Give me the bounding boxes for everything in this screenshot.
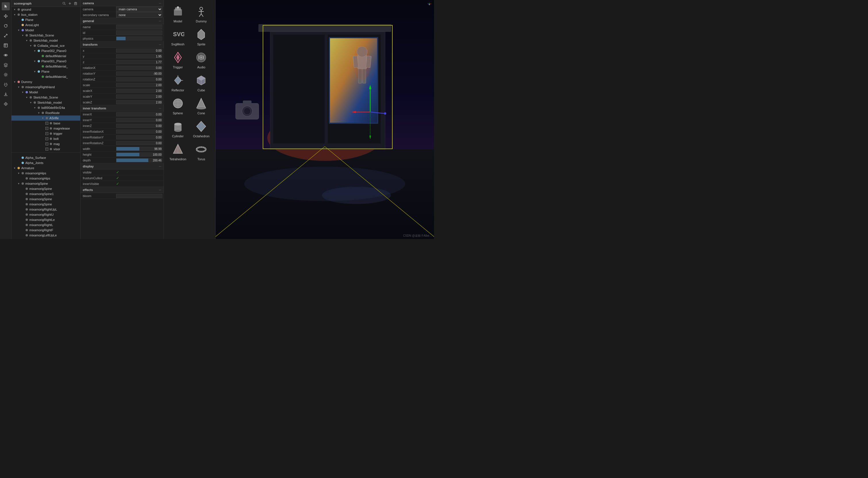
frustumCulled-checkbox[interactable]: ✓ (116, 176, 119, 180)
id-input[interactable] (116, 30, 162, 35)
tree-item-mixamorigSpine3[interactable]: ▶ mixamorigSpine (11, 196, 80, 202)
rotationZ-bar[interactable]: 0.00 (116, 77, 162, 81)
shape-item-torus[interactable]: Torus (190, 140, 213, 163)
tree-item-RootNode[interactable]: ▼ RootNode (11, 110, 80, 116)
move-tool-button[interactable] (2, 12, 10, 20)
tree-item-defaultMaterial_2[interactable]: ▶ defaultMaterial_ (11, 74, 80, 79)
scaleX-bar[interactable]: 2.00 (116, 89, 162, 93)
tree-arrow-Sketchfab_Scene2[interactable]: ▼ (25, 95, 29, 99)
scaleY-bar[interactable]: 2.00 (116, 95, 162, 98)
eye-tool-button[interactable] (2, 51, 10, 59)
x-bar[interactable]: 0.00 (116, 49, 162, 53)
y-bar[interactable]: 1.95 (116, 54, 162, 58)
effects-collapse-icon[interactable]: — (159, 188, 161, 191)
tree-item-Dummy[interactable]: ▼ Dummy (11, 79, 80, 85)
plug-tool-button[interactable] (2, 81, 10, 89)
shape-item-cone[interactable]: Cone (190, 94, 213, 117)
tree-item-mixamorigHips[interactable]: ▼ mixamorigHips (11, 171, 80, 176)
viewport[interactable]: CSDN @蓝骰子Albe... (216, 0, 434, 239)
tree-item-mixamorigRightHand[interactable]: ▼ mixamorigRightHand (11, 85, 80, 90)
tree-arrow-Plane2[interactable]: ▼ (33, 69, 37, 73)
tree-arrow-bd890de89cf24a[interactable]: ▼ (33, 106, 37, 110)
tree-item-bus_station[interactable]: ▼ bus_station (11, 12, 80, 17)
rotationY-bar[interactable]: -90.00 (116, 71, 162, 75)
secondary-camera-select[interactable]: none main camera (116, 12, 162, 18)
display-collapse-icon[interactable]: — (159, 165, 161, 167)
tree-arrow-Model[interactable]: ▼ (17, 28, 21, 32)
diamond-tool-button[interactable] (2, 100, 10, 108)
tree-item-Sketchfab_model[interactable]: ▼ Sketchfab_model (11, 38, 80, 43)
tree-item-Alpha_Joints[interactable]: ▶ Alpha_Joints (11, 160, 80, 165)
tree-item-bolt[interactable]: + bolt (11, 136, 80, 141)
tree-item-visor[interactable]: + visor (11, 147, 80, 152)
bloom-bar[interactable] (116, 194, 162, 198)
scale-bar[interactable]: 2.00 (116, 83, 162, 87)
tree-arrow-Dummy[interactable]: ▼ (13, 80, 17, 84)
innerVisible-checkbox[interactable]: ✓ (116, 182, 119, 186)
tree-item-Model[interactable]: ▼ Model (11, 28, 80, 33)
tree-item-AreaLight[interactable]: ▶ AreaLight (11, 23, 80, 28)
shape-item-sprite[interactable]: Sprite (190, 25, 213, 48)
tree-item-Sketchfab_Scene[interactable]: ▼ Sketchfab_Scene (11, 33, 80, 38)
tree-item-ground[interactable]: ▼ ground (11, 7, 80, 12)
tree-item-mixamorigRightLe[interactable]: ▶ mixamorigRightLe (11, 217, 80, 222)
tree-arrow-Plane001_Plane0[interactable]: ▼ (33, 59, 37, 63)
tree-item-Collada_visual_sce[interactable]: ▼ Collada_visual_sce (11, 43, 80, 48)
tree-arrow-Sketchfab_Scene[interactable]: ▼ (21, 33, 25, 37)
expand-tool-button[interactable] (2, 41, 10, 50)
scenegraph-search-icon[interactable] (62, 1, 66, 6)
shape-item-svgmesh[interactable]: SVG SvgMesh (166, 25, 190, 48)
width-bar[interactable]: 98.99 (116, 147, 162, 151)
tree-item-Sketchfab_model2[interactable]: ▼ Sketchfab_model (11, 100, 80, 105)
tree-item-mixamorigHips2[interactable]: ▶ mixamorigHips (11, 176, 80, 181)
tree-arrow-bus_station[interactable]: ▼ (13, 13, 17, 17)
tree-item-Plane[interactable]: ▶ Plane (11, 17, 80, 23)
rotationX-bar[interactable]: 0.00 (116, 66, 162, 70)
z-bar[interactable]: 1.77 (116, 60, 162, 64)
tree-arrow-mixamorigRightHand[interactable]: ▼ (17, 85, 21, 89)
tree-item-Plane2[interactable]: ▼ Plane (11, 69, 80, 74)
innerRotationZ-bar[interactable]: 0.00 (116, 141, 162, 145)
download-tool-button[interactable] (2, 90, 10, 98)
layers-tool-button[interactable] (2, 61, 10, 69)
inner-transform-collapse-icon[interactable]: — (159, 107, 161, 109)
shape-item-cube[interactable]: Cube (190, 71, 213, 94)
camera-collapse-icon[interactable]: — (159, 2, 161, 4)
depth-bar[interactable]: 200.46 (116, 158, 162, 162)
shape-item-sphere[interactable]: Sphere (166, 94, 190, 117)
shape-item-tetrahedron[interactable]: Tetrahedron (166, 140, 190, 163)
tree-item-mixamorigRightUpL[interactable]: ▶ mixamorigRightUpL (11, 207, 80, 212)
tree-item-mixamorigLeftUpLe[interactable]: ▶ mixamorigLeftUpLe (11, 233, 80, 238)
scenegraph-add-icon[interactable] (67, 1, 72, 6)
transform-collapse-icon[interactable]: — (159, 43, 161, 46)
tree-item-Alpha_Surface[interactable]: ▶ Alpha_Surface (11, 155, 80, 160)
tree-item-mixamorigSpine[interactable]: ▼ mixamorigSpine (11, 181, 80, 186)
shape-item-model[interactable]: Model (166, 2, 190, 25)
tree-item-Plane002_Plane0[interactable]: ▼ Plane002_Plane0 (11, 48, 80, 54)
gear-tool-button[interactable] (2, 71, 10, 79)
tree-arrow-ground[interactable]: ▼ (13, 7, 17, 11)
tree-item-mixamorigSpine1[interactable]: ▶ mixamorigSpine1 (11, 191, 80, 196)
tree-arrow-mixamorigHips[interactable]: ▼ (17, 171, 21, 175)
tree-item-mixamorigSpine2[interactable]: ▶ mixamorigSpine (11, 186, 80, 191)
shape-item-reflector[interactable]: Reflector (166, 71, 190, 94)
general-collapse-icon[interactable]: — (159, 20, 161, 22)
tree-arrow-Sketchfab_model2[interactable]: ▼ (29, 100, 33, 104)
innerRotationY-bar[interactable]: 0.00 (116, 135, 162, 139)
shape-item-octahedron[interactable]: Octahedron (190, 117, 213, 140)
scaleZ-bar[interactable]: 2.00 (116, 100, 162, 104)
tree-item-Armature[interactable]: ▼ Armature (11, 165, 80, 171)
tree-item-defaultMaterial[interactable]: ▶ defaultMaterial (11, 54, 80, 59)
tree-item-Plane001_Plane0[interactable]: ▼ Plane001_Plane0 (11, 59, 80, 64)
tree-arrow-Sketchfab_model[interactable]: ▼ (25, 38, 29, 42)
innerZ-bar[interactable]: 0.00 (116, 124, 162, 128)
scale-tool-button[interactable] (2, 32, 10, 40)
tree-item-ASrifle[interactable]: ▼ ASrifle (11, 116, 80, 121)
tree-item-mixamorigRightU[interactable]: ▶ mixamorigRightU (11, 212, 80, 217)
shape-item-audio[interactable]: Audio (190, 48, 213, 71)
scenegraph-delete-icon[interactable] (73, 1, 78, 6)
tree-item-mixamorigSpine4[interactable]: ▶ mixamorigSpine (11, 202, 80, 207)
innerY-bar[interactable]: 0.00 (116, 118, 162, 122)
tree-item-mag[interactable]: + mag (11, 141, 80, 147)
name-input[interactable] (116, 25, 162, 29)
